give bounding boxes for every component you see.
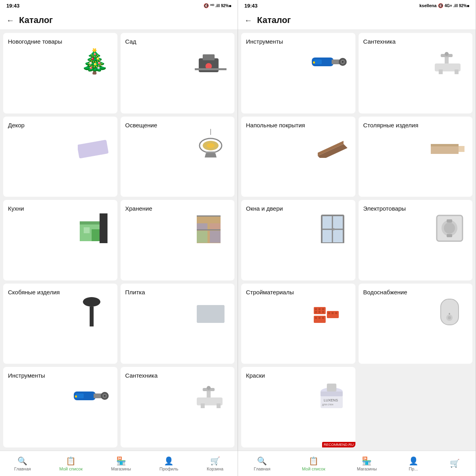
- right-page-title: Каталог: [257, 15, 291, 25]
- category-kuhni[interactable]: Кухни: [3, 200, 117, 280]
- svg-point-8: [207, 143, 215, 148]
- svg-rect-4: [78, 140, 109, 158]
- svg-point-61: [332, 228, 335, 230]
- svg-rect-81: [319, 317, 321, 319]
- svg-rect-16: [197, 215, 221, 217]
- svg-rect-67: [447, 234, 452, 237]
- nav-profile-label-right: Пр...: [409, 466, 418, 471]
- nav-mylist-right[interactable]: 📋 Мой список: [302, 456, 325, 471]
- category-stolyarnye[interactable]: Столярные изделия: [359, 117, 473, 197]
- category-stroy[interactable]: Стройматериалы: [241, 284, 355, 364]
- recommend-badge: RECOMMEND.RU: [322, 442, 355, 447]
- nav-home-right[interactable]: 🔍 Главная: [254, 456, 271, 471]
- category-skobnye[interactable]: Скобяные изделия: [3, 284, 117, 364]
- nav-cart-left[interactable]: 🛒 Корзина: [207, 456, 223, 471]
- svg-rect-21: [210, 231, 221, 243]
- svg-rect-73: [319, 311, 321, 313]
- left-phone-screen: 19:43 🔇 ᴴᴰ .ill 92%■ ← Каталог Новогодни…: [0, 0, 238, 476]
- category-santehnika-left[interactable]: Сантехника: [121, 367, 235, 447]
- username-badge: ksellena: [419, 3, 436, 8]
- svg-rect-75: [327, 311, 339, 318]
- category-napolnye[interactable]: Напольные покрытия: [241, 117, 355, 197]
- right-header: ← Каталог: [238, 11, 476, 30]
- svg-rect-76: [328, 312, 330, 314]
- category-sad[interactable]: Сад: [121, 33, 235, 113]
- nav-shops-label-right: Магазины: [357, 466, 377, 471]
- nav-cart-label-left: Корзина: [207, 466, 223, 471]
- svg-rect-55: [431, 144, 459, 146]
- mylist-icon-right: 📋: [309, 456, 319, 466]
- home-icon-left: 🔍: [17, 456, 27, 466]
- svg-rect-3: [195, 68, 226, 70]
- nav-shops-label-left: Магазины: [111, 466, 131, 471]
- svg-rect-45: [313, 61, 315, 63]
- right-back-button[interactable]: ←: [244, 16, 252, 25]
- left-status-icons: 🔇 ᴴᴰ .ill 92%■: [203, 3, 231, 8]
- category-santehnika-right[interactable]: Сантехника: [359, 33, 473, 113]
- category-instrumenty-right[interactable]: Инструменты: [241, 33, 355, 113]
- home-icon-right: 🔍: [257, 456, 267, 466]
- svg-text:LUXENS: LUXENS: [324, 398, 338, 402]
- category-vodo[interactable]: Водоснабжение: [359, 284, 473, 364]
- svg-rect-83: [441, 299, 459, 325]
- svg-rect-13: [84, 227, 90, 233]
- category-electro[interactable]: Электротовары: [359, 200, 473, 280]
- right-time: 19:43: [244, 3, 257, 9]
- right-catalog-grid: Инструменты Сантехника: [238, 30, 476, 451]
- svg-rect-91: [327, 384, 336, 392]
- category-okna[interactable]: Окна и двери: [241, 200, 355, 280]
- svg-point-30: [104, 395, 106, 397]
- svg-rect-79: [314, 316, 326, 323]
- svg-rect-68: [314, 307, 326, 314]
- svg-text:для стен: для стен: [322, 403, 333, 406]
- left-status-bar: 19:43 🔇 ᴴᴰ .ill 92%■: [0, 0, 238, 11]
- right-bottom-nav: 🔍 Главная 📋 Мой список 🏪 Магазины 👤 Пр..…: [238, 451, 476, 476]
- nav-mylist-label-left: Мой список: [59, 466, 83, 471]
- category-dekor[interactable]: Декор: [3, 117, 117, 197]
- shops-icon-right: 🏪: [362, 456, 372, 466]
- nav-shops-left[interactable]: 🏪 Магазины: [111, 456, 131, 471]
- nav-home-left[interactable]: 🔍 Главная: [14, 456, 31, 471]
- svg-point-43: [342, 61, 344, 63]
- nav-shops-right[interactable]: 🏪 Магазины: [357, 456, 377, 471]
- svg-rect-72: [315, 311, 317, 313]
- category-kraski[interactable]: Краски LUXENS для стен RECOMMEND.RU: [241, 367, 355, 447]
- category-novogodnie[interactable]: Новогодние товары 🎄: [3, 33, 117, 113]
- nav-profile-right[interactable]: 👤 Пр...: [409, 456, 418, 471]
- svg-point-22: [83, 297, 100, 307]
- svg-rect-70: [319, 308, 321, 310]
- svg-rect-20: [197, 231, 207, 243]
- category-osveschenie[interactable]: Освещение: [121, 117, 235, 197]
- svg-rect-11: [80, 221, 100, 225]
- svg-rect-82: [322, 317, 324, 319]
- category-instrumenty-left[interactable]: Инструменты: [3, 367, 117, 447]
- nav-home-label-left: Главная: [14, 466, 31, 471]
- svg-rect-38: [217, 403, 221, 408]
- svg-rect-78: [335, 312, 337, 314]
- cart-icon-left: 🛒: [210, 456, 220, 466]
- svg-rect-23: [90, 307, 94, 326]
- svg-rect-12: [92, 229, 100, 241]
- svg-rect-50: [439, 69, 443, 74]
- right-phone-screen: 19:43 ksellena 🔇 4G+ .ill 92%■ ← Каталог…: [238, 0, 476, 476]
- nav-profile-left[interactable]: 👤 Профиль: [159, 456, 178, 471]
- svg-point-49: [445, 52, 449, 56]
- svg-rect-71: [322, 308, 324, 310]
- nav-mylist-label-right: Мой список: [302, 466, 325, 471]
- svg-rect-17: [197, 229, 221, 230]
- category-hranenie[interactable]: Хранение: [121, 200, 235, 280]
- category-plitka[interactable]: Плитка: [121, 284, 235, 364]
- svg-rect-80: [315, 317, 317, 319]
- svg-rect-69: [315, 308, 317, 310]
- svg-rect-14: [100, 213, 107, 243]
- svg-rect-19: [210, 223, 221, 229]
- mylist-icon-left: 📋: [66, 456, 76, 466]
- shops-icon-left: 🏪: [116, 456, 126, 466]
- left-back-button[interactable]: ←: [6, 16, 14, 25]
- cart-icon-right: 🛒: [450, 459, 460, 468]
- svg-rect-9: [207, 152, 215, 153]
- svg-rect-66: [447, 219, 452, 223]
- right-status-icons: ksellena 🔇 4G+ .ill 92%■: [419, 3, 469, 8]
- nav-mylist-left[interactable]: 📋 Мой список: [59, 456, 83, 471]
- nav-cart-right[interactable]: 🛒: [450, 459, 460, 469]
